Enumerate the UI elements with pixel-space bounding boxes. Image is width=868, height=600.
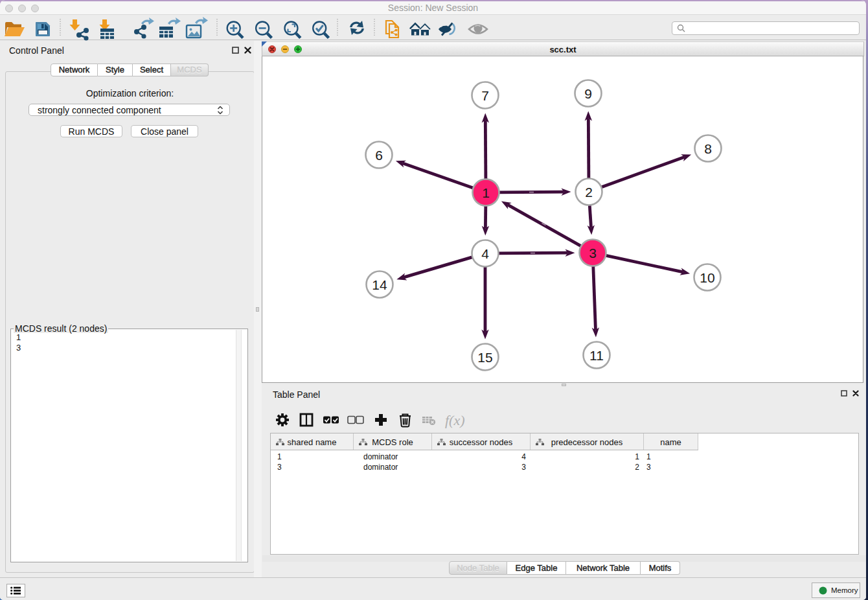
svg-text:15: 15 (477, 350, 492, 365)
svg-text:3: 3 (589, 246, 597, 260)
svg-text:8: 8 (704, 141, 712, 156)
svg-text:f(x): f(x) (445, 412, 465, 428)
svg-text:10: 10 (700, 270, 714, 285)
svg-text:14: 14 (372, 277, 387, 292)
svg-text:1: 1 (482, 185, 490, 200)
svg-text:6: 6 (375, 148, 383, 163)
svg-text:11: 11 (589, 348, 604, 363)
svg-text:9: 9 (584, 86, 592, 101)
svg-text:7: 7 (481, 88, 489, 103)
svg-text:4: 4 (481, 246, 489, 261)
svg-text:2: 2 (585, 185, 593, 200)
